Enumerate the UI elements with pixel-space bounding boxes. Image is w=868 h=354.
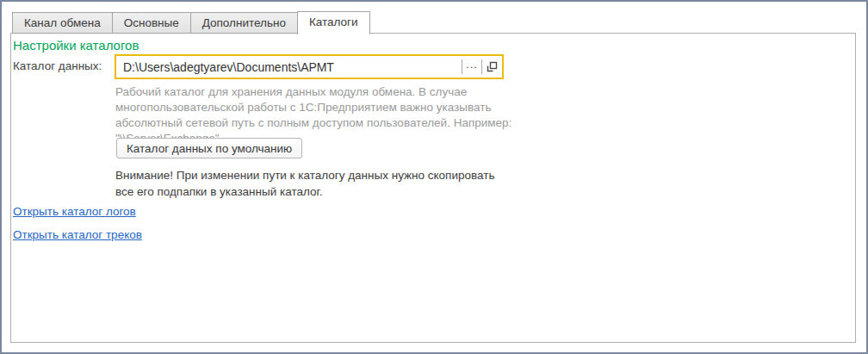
open-window-icon bbox=[487, 61, 498, 72]
section-title: Настройки каталогов bbox=[13, 38, 139, 53]
tab-bar: Канал обмена Основные Дополнительно Ката… bbox=[12, 12, 370, 34]
tab-exchange-channel[interactable]: Канал обмена bbox=[12, 12, 112, 34]
settings-window: Канал обмена Основные Дополнительно Ката… bbox=[0, 0, 868, 354]
data-dir-input[interactable] bbox=[116, 56, 462, 78]
tab-catalogs[interactable]: Каталоги bbox=[297, 11, 370, 34]
tab-main[interactable]: Основные bbox=[112, 12, 190, 34]
open-tracks-dir-link[interactable]: Открыть каталог треков bbox=[13, 228, 142, 241]
tab-additional[interactable]: Дополнительно bbox=[190, 12, 297, 34]
open-logs-dir-link[interactable]: Открыть каталог логов bbox=[13, 205, 136, 218]
choose-dir-button[interactable]: ... bbox=[462, 56, 481, 78]
data-dir-warning: Внимание! При изменении пути к каталогу … bbox=[115, 167, 499, 200]
open-dir-button[interactable] bbox=[482, 56, 502, 78]
data-dir-label: Каталог данных: bbox=[13, 59, 102, 72]
data-dir-field: ... bbox=[115, 54, 504, 79]
default-dir-button[interactable]: Каталог данных по умолчанию bbox=[116, 138, 302, 158]
